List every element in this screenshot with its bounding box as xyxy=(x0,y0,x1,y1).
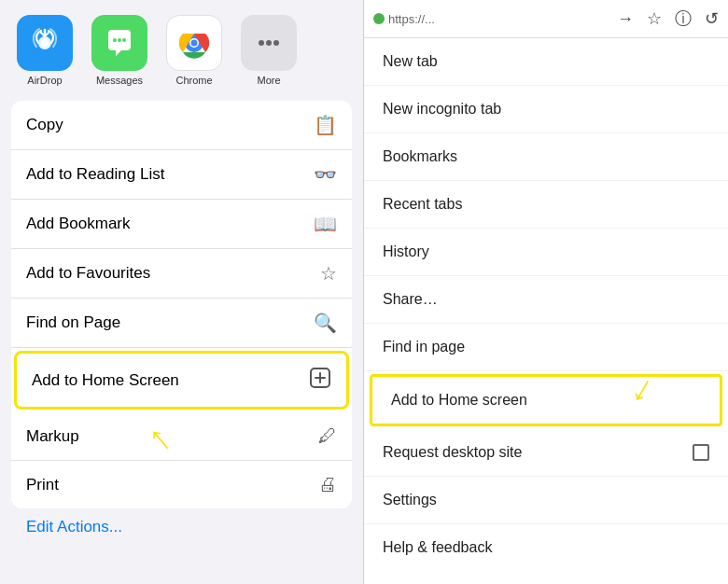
find-on-page-label: Find on Page xyxy=(26,313,120,332)
add-reading-list-menu-item[interactable]: Add to Reading List 👓 xyxy=(11,150,352,200)
info-icon[interactable]: ⓘ xyxy=(675,7,692,30)
svg-point-7 xyxy=(191,40,198,47)
bookmarks-item[interactable]: Bookmarks xyxy=(364,133,728,181)
ios-share-sheet: AirDrop Messages xyxy=(0,0,364,584)
bookmark-icon: 📖 xyxy=(314,213,337,235)
print-icon: 🖨 xyxy=(318,474,337,495)
find-in-page-item[interactable]: Find in page xyxy=(364,324,728,371)
add-home-screen-chrome-item[interactable]: Add to Home screen xyxy=(370,374,722,426)
svg-point-8 xyxy=(259,40,264,46)
recent-tabs-item[interactable]: Recent tabs xyxy=(364,181,728,229)
chrome-menu-panel: https://... → ☆ ⓘ ↺ New tab New incognit… xyxy=(364,0,728,584)
chrome-top-bar: https://... → ☆ ⓘ ↺ xyxy=(364,0,728,38)
add-home-icon xyxy=(309,367,331,394)
markup-menu-item[interactable]: Markup 🖊 xyxy=(11,412,352,461)
new-tab-label: New tab xyxy=(383,53,438,70)
help-feedback-label: Help & feedback xyxy=(383,539,492,556)
history-label: History xyxy=(383,243,429,260)
new-tab-item[interactable]: New tab xyxy=(364,38,728,86)
favourites-icon: ☆ xyxy=(320,262,337,285)
svg-point-3 xyxy=(118,38,121,42)
share-label: Share… xyxy=(383,291,438,308)
svg-point-10 xyxy=(273,40,279,46)
request-desktop-checkbox[interactable] xyxy=(693,444,709,461)
edit-actions-button[interactable]: Edit Actions... xyxy=(11,505,137,549)
request-desktop-label: Request desktop site xyxy=(383,444,522,461)
find-icon: 🔍 xyxy=(314,312,337,334)
add-bookmark-label: Add Bookmark xyxy=(26,215,131,233)
add-home-screen-menu-item[interactable]: Add to Home Screen xyxy=(14,351,349,410)
add-favourites-label: Add to Favourites xyxy=(26,264,150,283)
find-on-page-menu-item[interactable]: Find on Page 🔍 xyxy=(11,299,352,348)
chrome-tab-indicator: https://... xyxy=(373,12,608,26)
svg-point-2 xyxy=(113,38,117,42)
ios-menu-list: Copy 📋 Add to Reading List 👓 Add Bookmar… xyxy=(11,101,352,508)
edit-actions-container: Edit Actions... xyxy=(0,514,363,540)
add-home-screen-label: Add to Home Screen xyxy=(32,371,179,390)
secure-indicator xyxy=(373,13,385,24)
airdrop-label: AirDrop xyxy=(27,75,62,86)
share-icons-row: AirDrop Messages xyxy=(0,0,363,95)
add-home-screen-chrome-label: Add to Home screen xyxy=(391,392,527,409)
svg-point-4 xyxy=(122,38,126,42)
tab-url: https://... xyxy=(388,12,435,26)
add-bookmark-menu-item[interactable]: Add Bookmark 📖 xyxy=(11,200,352,249)
markup-label: Markup xyxy=(26,427,79,446)
add-reading-list-label: Add to Reading List xyxy=(26,165,164,184)
bookmark-star-icon[interactable]: ☆ xyxy=(647,8,662,29)
new-incognito-tab-label: New incognito tab xyxy=(383,101,501,118)
help-feedback-item[interactable]: Help & feedback xyxy=(364,524,728,571)
more-label: More xyxy=(257,75,280,86)
recent-tabs-label: Recent tabs xyxy=(383,196,462,213)
settings-item[interactable]: Settings xyxy=(364,477,728,524)
markup-icon: 🖊 xyxy=(318,425,337,447)
print-menu-item[interactable]: Print 🖨 xyxy=(11,461,352,508)
reading-list-icon: 👓 xyxy=(314,163,337,186)
svg-point-9 xyxy=(266,40,272,46)
find-in-page-label: Find in page xyxy=(383,339,465,355)
copy-menu-item[interactable]: Copy 📋 xyxy=(11,101,352,150)
airdrop-item[interactable]: AirDrop xyxy=(11,15,78,86)
history-item[interactable]: History xyxy=(364,229,728,276)
more-item[interactable]: More xyxy=(235,15,302,86)
messages-label: Messages xyxy=(96,75,143,86)
more-icon-box xyxy=(241,15,297,71)
bookmarks-label: Bookmarks xyxy=(383,148,457,165)
forward-icon[interactable]: → xyxy=(617,9,634,29)
add-favourites-menu-item[interactable]: Add to Favourites ☆ xyxy=(11,249,352,299)
settings-label: Settings xyxy=(383,492,437,508)
reload-icon[interactable]: ↺ xyxy=(705,8,719,29)
chrome-item[interactable]: Chrome xyxy=(161,15,228,86)
share-item[interactable]: Share… xyxy=(364,276,728,324)
chrome-nav-icons: → ☆ ⓘ ↺ xyxy=(617,7,719,30)
request-desktop-item[interactable]: Request desktop site xyxy=(364,429,728,477)
copy-label: Copy xyxy=(26,116,63,134)
messages-icon-box xyxy=(91,15,147,71)
new-incognito-tab-item[interactable]: New incognito tab xyxy=(364,86,728,133)
chrome-icon-box xyxy=(166,15,222,71)
print-label: Print xyxy=(26,476,59,494)
add-home-screen-wrapper: Add to Home screen xyxy=(364,371,728,429)
airdrop-icon-box xyxy=(17,15,73,71)
messages-item[interactable]: Messages xyxy=(86,15,153,86)
chrome-label: Chrome xyxy=(175,75,212,86)
chrome-dropdown-menu: New tab New incognito tab Bookmarks Rece… xyxy=(364,38,728,584)
svg-point-1 xyxy=(41,39,49,47)
copy-icon: 📋 xyxy=(314,114,337,136)
